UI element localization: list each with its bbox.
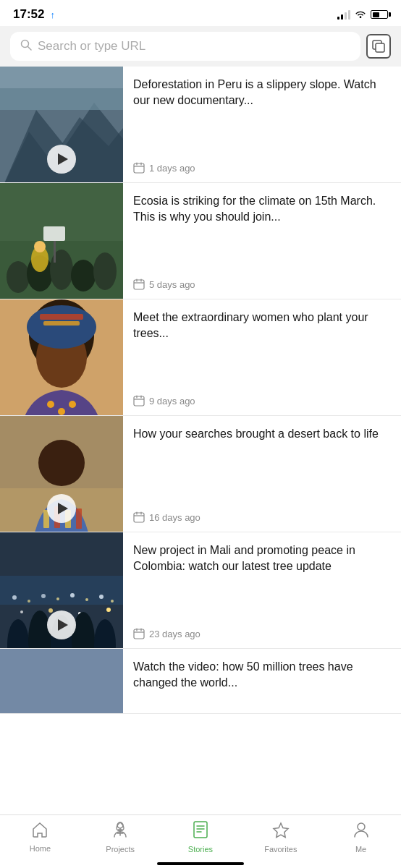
tabs-button[interactable]: [366, 34, 391, 59]
svg-rect-79: [0, 649, 123, 714]
news-title: Watch the video: how 50 million trees ha…: [133, 659, 391, 692]
news-item[interactable]: How your searches brought a desert back …: [0, 416, 401, 532]
svg-rect-49: [76, 509, 82, 529]
date-text: 23 days ago: [149, 629, 200, 639]
svg-rect-20: [43, 226, 65, 241]
search-bar-container: Search or type URL: [0, 26, 401, 67]
svg-rect-74: [134, 629, 144, 639]
news-content: Deforestation in Peru is a slippery slop…: [123, 67, 401, 182]
svg-point-18: [93, 252, 117, 290]
date-text: 1 days ago: [149, 163, 195, 174]
news-content: How your searches brought a desert back …: [123, 416, 401, 532]
svg-point-16: [50, 250, 73, 290]
date-text: 9 days ago: [149, 396, 195, 407]
svg-rect-9: [134, 163, 144, 173]
news-date: 23 days ago: [133, 628, 391, 639]
bottom-nav: Home Projects Stories: [0, 814, 401, 868]
news-date: 9 days ago: [133, 395, 391, 407]
news-title: Deforestation in Peru is a slippery slop…: [133, 77, 391, 109]
svg-point-64: [20, 610, 23, 613]
search-icon: [20, 39, 32, 54]
nav-item-me[interactable]: Me: [321, 821, 401, 854]
news-item-partial[interactable]: Watch the video: how 50 million trees ha…: [0, 649, 401, 714]
calendar-icon: [133, 162, 145, 174]
svg-point-14: [7, 261, 30, 293]
svg-point-35: [47, 401, 54, 408]
news-content: Meet the extraordinary women who plant y…: [123, 299, 401, 415]
wifi-icon: [355, 8, 366, 21]
svg-rect-34: [43, 321, 80, 326]
news-item[interactable]: Deforestation in Peru is a slippery slop…: [0, 67, 401, 183]
news-title: How your searches brought a desert back …: [133, 426, 391, 442]
calendar-icon: [133, 278, 145, 290]
svg-rect-73: [0, 576, 123, 605]
svg-point-36: [69, 401, 76, 408]
news-item[interactable]: Ecosia is striking for the climate on 15…: [0, 183, 401, 299]
me-icon: [353, 821, 369, 843]
svg-rect-21: [54, 241, 56, 263]
news-content: Ecosia is striking for the climate on 15…: [123, 183, 401, 299]
svg-rect-50: [134, 513, 144, 522]
projects-icon: [112, 821, 128, 843]
nav-item-projects[interactable]: Projects: [80, 821, 161, 854]
news-thumbnail: [0, 299, 123, 415]
svg-point-45: [38, 440, 85, 486]
svg-line-1: [28, 47, 32, 51]
search-input-wrap[interactable]: Search or type URL: [10, 32, 360, 61]
svg-rect-33: [40, 314, 83, 320]
svg-point-37: [58, 408, 65, 415]
news-thumbnail: [0, 649, 123, 714]
nav-label-projects: Projects: [106, 845, 135, 854]
battery-icon: [371, 10, 388, 19]
nav-label-favorites: Favorites: [264, 845, 297, 854]
svg-point-87: [358, 823, 365, 830]
svg-rect-24: [134, 280, 144, 289]
news-content: New project in Mali and promoting peace …: [123, 532, 401, 648]
news-date: 5 days ago: [133, 278, 391, 290]
svg-point-65: [48, 608, 53, 613]
news-item[interactable]: New project in Mali and promoting peace …: [0, 532, 401, 649]
stories-icon: [193, 821, 208, 843]
news-feed: Deforestation in Peru is a slippery slop…: [0, 67, 401, 714]
svg-point-17: [71, 260, 96, 292]
svg-point-23: [34, 241, 46, 252]
svg-rect-3: [376, 43, 384, 52]
home-icon: [31, 822, 48, 842]
nav-label-home: Home: [30, 844, 51, 853]
location-arrow-icon: ↑: [50, 9, 55, 20]
date-text: 5 days ago: [149, 279, 195, 290]
status-bar: 17:52 ↑: [0, 0, 401, 26]
news-date: 16 days ago: [133, 511, 391, 523]
news-date: 1 days ago: [133, 162, 391, 174]
svg-point-67: [106, 608, 111, 612]
news-title: Meet the extraordinary women who plant y…: [133, 310, 391, 342]
news-thumbnail: [0, 183, 123, 299]
time-display: 17:52: [13, 7, 44, 22]
svg-rect-83: [194, 822, 207, 838]
news-item[interactable]: Meet the extraordinary women who plant y…: [0, 299, 401, 416]
status-time: 17:52 ↑: [13, 7, 55, 22]
news-thumbnail: [0, 532, 123, 648]
status-icons: [337, 8, 388, 21]
play-button[interactable]: [47, 494, 76, 523]
play-button[interactable]: [47, 610, 76, 639]
svg-rect-8: [0, 67, 123, 88]
nav-item-home[interactable]: Home: [0, 822, 80, 853]
svg-rect-38: [134, 396, 144, 406]
play-button[interactable]: [47, 145, 76, 174]
nav-label-stories: Stories: [188, 845, 213, 854]
calendar-icon: [133, 395, 145, 407]
news-thumbnail: [0, 416, 123, 532]
favorites-icon: [272, 822, 290, 843]
signal-icon: [337, 9, 350, 20]
svg-point-80: [117, 822, 123, 828]
nav-item-stories[interactable]: Stories: [161, 821, 241, 854]
calendar-icon: [133, 628, 145, 639]
news-title: Ecosia is striking for the climate on 15…: [133, 193, 391, 226]
nav-item-favorites[interactable]: Favorites: [240, 822, 321, 854]
news-title: New project in Mali and promoting peace …: [133, 542, 391, 575]
svg-point-32: [27, 305, 96, 349]
nav-label-me: Me: [355, 845, 366, 854]
news-thumbnail: [0, 67, 123, 182]
search-placeholder: Search or type URL: [38, 39, 145, 54]
